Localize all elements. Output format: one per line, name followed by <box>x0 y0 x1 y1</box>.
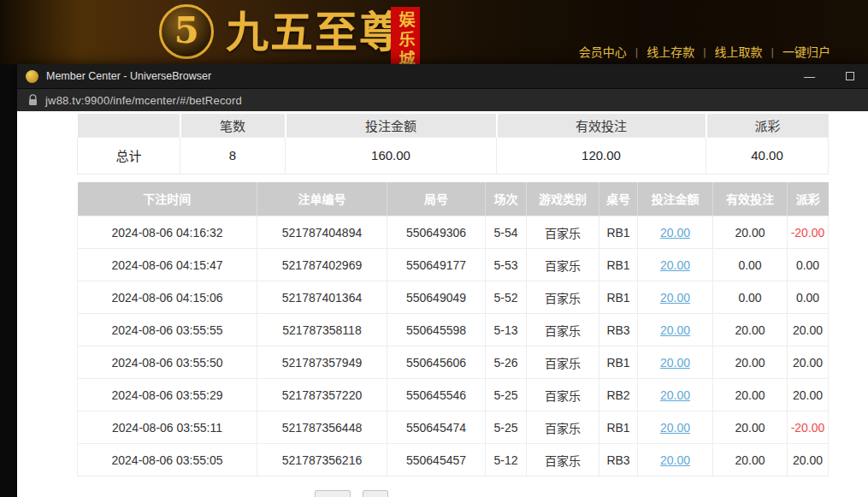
bet-table-header-cell: 有效投注 <box>713 182 788 216</box>
session-cell: 5-13 <box>486 314 527 346</box>
game-type-cell: 百家乐 <box>527 216 599 249</box>
table-id-cell: RB3 <box>599 444 638 476</box>
bet-time-cell: 2024-08-06 03:55:50 <box>78 346 257 379</box>
maximize-icon <box>846 72 854 80</box>
summary-header-empty <box>78 114 180 137</box>
session-cell: 5-25 <box>486 379 527 411</box>
summary-count: 8 <box>180 137 286 174</box>
tables-container: 笔数投注金额有效投注派彩 总计 8 160.00 120.00 40.00 <box>77 114 829 476</box>
nav-separator: | <box>703 45 706 58</box>
round-id-cell: 550649049 <box>387 281 486 314</box>
site-logo-coin-icon: 5 <box>159 4 214 59</box>
nav-separator: | <box>771 45 774 58</box>
session-cell: 5-54 <box>486 216 527 249</box>
round-id-cell: 550645598 <box>387 314 486 346</box>
game-type-cell: 百家乐 <box>527 379 599 411</box>
round-id-cell: 550645457 <box>387 444 486 476</box>
window-controls: — <box>804 71 859 82</box>
page-content: 笔数投注金额有效投注派彩 总计 8 160.00 120.00 40.00 <box>17 111 868 497</box>
payout-cell: 20.00 <box>788 444 829 476</box>
table-id-cell: RB2 <box>599 379 638 411</box>
table-id-cell: RB1 <box>599 411 638 444</box>
game-type-cell: 百家乐 <box>527 281 599 314</box>
valid-bet-cell: 0.00 <box>713 281 788 314</box>
maximize-button[interactable] <box>846 71 854 82</box>
table-row: 2024-08-06 04:15:06521787401364550649049… <box>78 281 829 314</box>
bet-table-header-row: 下注时间注单编号局号场次游戏类别桌号投注金额有效投注派彩 <box>78 182 829 216</box>
session-cell: 5-12 <box>486 444 527 476</box>
payout-cell: 20.00 <box>788 379 829 411</box>
bet-id-cell: 521787404894 <box>257 216 387 249</box>
nav-online-withdraw[interactable]: 线上取款 <box>715 43 763 60</box>
session-cell: 5-25 <box>486 411 527 444</box>
bet-table-header-cell: 桌号 <box>599 182 638 216</box>
payout-cell: 20.00 <box>788 314 829 346</box>
bet-amount-link[interactable]: 20.00 <box>638 249 713 281</box>
bet-time-cell: 2024-08-06 03:55:29 <box>78 379 257 411</box>
bet-id-cell: 521787401364 <box>257 281 387 314</box>
table-row: 2024-08-06 03:55:11521787356448550645474… <box>78 411 829 444</box>
coin-glyph: 5 <box>174 9 198 51</box>
round-id-cell: 550645606 <box>387 346 486 379</box>
session-cell: 5-53 <box>486 249 527 281</box>
bet-time-cell: 2024-08-06 04:15:47 <box>78 249 257 281</box>
round-id-cell: 550645474 <box>387 411 486 444</box>
bet-amount-link[interactable]: 20.00 <box>638 411 713 444</box>
browser-window: Member Center - UniverseBrowser — jw88.t… <box>17 64 868 497</box>
bet-amount-link[interactable]: 20.00 <box>638 444 713 476</box>
payout-cell: -20.00 <box>788 411 829 444</box>
table-id-cell: RB1 <box>599 281 638 314</box>
summary-total-label: 总计 <box>78 137 180 174</box>
summary-total-row: 总计 8 160.00 120.00 40.00 <box>78 137 829 174</box>
table-id-cell: RB1 <box>599 216 638 249</box>
table-id-cell: RB1 <box>599 346 638 379</box>
nav-online-deposit[interactable]: 线上存款 <box>647 43 694 60</box>
bet-id-cell: 521787357220 <box>257 379 387 411</box>
site-logo-title: 九五至尊 <box>226 7 404 58</box>
bet-table-header-cell: 下注时间 <box>78 182 257 216</box>
bet-id-cell: 521787358118 <box>257 314 387 346</box>
bet-time-cell: 2024-08-06 04:15:06 <box>78 281 257 314</box>
table-id-cell: RB3 <box>599 314 638 346</box>
table-row: 2024-08-06 03:55:05521787356216550645457… <box>78 444 829 476</box>
bet-amount-link[interactable]: 20.00 <box>638 216 713 249</box>
summary-header-cell: 派彩 <box>706 114 829 137</box>
valid-bet-cell: 20.00 <box>713 346 788 379</box>
summary-header-cell: 有效投注 <box>497 114 706 137</box>
bet-table-header-cell: 局号 <box>387 182 486 216</box>
valid-bet-cell: 20.00 <box>713 314 788 346</box>
bet-table-body: 2024-08-06 04:16:32521787404894550649306… <box>78 216 829 476</box>
address-bar[interactable]: jw88.tv:9900/infe/mcenter/#/betRecord <box>17 88 868 111</box>
payout-cell: 0.00 <box>788 249 829 281</box>
summary-valid-bet: 120.00 <box>497 137 706 174</box>
game-type-cell: 百家乐 <box>527 314 599 346</box>
round-id-cell: 550649177 <box>387 249 486 281</box>
lock-icon <box>28 94 38 106</box>
bet-amount-link[interactable]: 20.00 <box>638 379 713 411</box>
table-row: 2024-08-06 03:55:50521787357949550645606… <box>78 346 829 379</box>
bet-table-header-cell: 派彩 <box>788 182 829 216</box>
bet-amount-link[interactable]: 20.00 <box>638 281 713 314</box>
bet-id-cell: 521787402969 <box>257 249 387 281</box>
minimize-button[interactable]: — <box>804 71 815 82</box>
bet-amount-link[interactable]: 20.00 <box>638 314 713 346</box>
payout-cell: 20.00 <box>788 346 829 379</box>
summary-bet-amount: 160.00 <box>286 137 497 174</box>
game-type-cell: 百家乐 <box>527 346 599 379</box>
valid-bet-cell: 20.00 <box>713 444 788 476</box>
payout-cell: -20.00 <box>788 216 829 249</box>
nav-member-center[interactable]: 会员中心 <box>579 43 627 60</box>
window-titlebar[interactable]: Member Center - UniverseBrowser — <box>17 64 868 88</box>
table-id-cell: RB1 <box>599 249 638 281</box>
round-id-cell: 550645546 <box>387 379 486 411</box>
summary-header-row: 笔数投注金额有效投注派彩 <box>78 114 829 137</box>
game-type-cell: 百家乐 <box>527 411 599 444</box>
summary-table: 笔数投注金额有效投注派彩 总计 8 160.00 120.00 40.00 <box>77 114 829 175</box>
pagination-button[interactable] <box>315 490 351 497</box>
bet-amount-link[interactable]: 20.00 <box>638 346 713 379</box>
payout-cell: 0.00 <box>788 281 829 314</box>
pagination-button[interactable] <box>363 490 388 497</box>
session-cell: 5-26 <box>486 346 527 379</box>
bet-id-cell: 521787356448 <box>257 411 387 444</box>
nav-one-key-transfer[interactable]: 一键归户 <box>782 43 830 60</box>
